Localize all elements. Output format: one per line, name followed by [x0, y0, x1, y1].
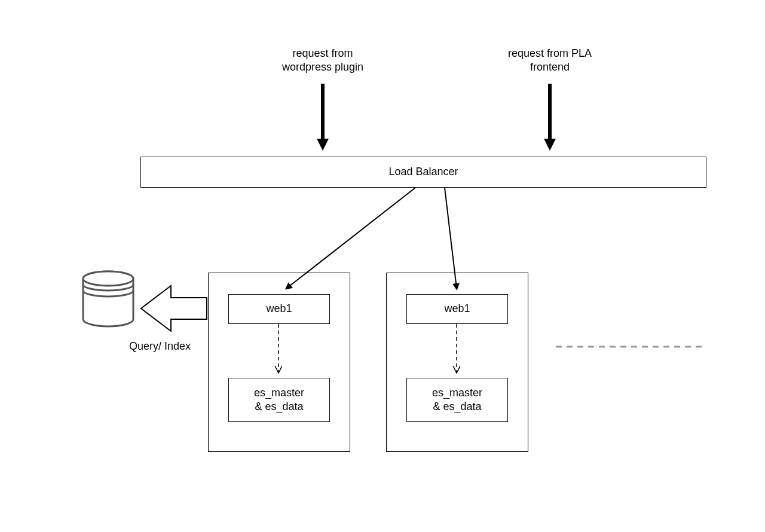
diagram-canvas: request from wordpress plugin request fr…: [0, 0, 765, 532]
query-index-label: Query/ Index: [129, 340, 207, 353]
request-wordpress-label: request from wordpress plugin: [263, 47, 382, 75]
request-pla-label: request from PLA frontend: [490, 47, 610, 75]
database-icon: [83, 271, 133, 326]
es-right-box: es_master & es_data: [406, 378, 508, 422]
request-wordpress-line1: request from: [292, 47, 353, 59]
web1-right-box: web1: [406, 294, 508, 324]
request-wordpress-line2: wordpress plugin: [282, 61, 363, 73]
request-pla-line2: frontend: [530, 61, 570, 73]
load-balancer-box: Load Balancer: [140, 157, 706, 188]
es-left-line2: & es_data: [255, 400, 303, 412]
es-right-line2: & es_data: [433, 400, 481, 412]
hollow-arrow-to-db: [141, 286, 207, 331]
web1-left-label: web1: [266, 302, 292, 316]
es-left-box: es_master & es_data: [228, 378, 330, 422]
web1-right-label: web1: [444, 302, 470, 316]
request-pla-line1: request from PLA: [508, 47, 592, 59]
es-right-line1: es_master: [432, 387, 482, 399]
load-balancer-label: Load Balancer: [388, 165, 458, 179]
es-left-line1: es_master: [254, 387, 304, 399]
svg-point-0: [83, 271, 133, 286]
web1-left-box: web1: [228, 294, 330, 324]
connectors-overlay: [0, 0, 765, 532]
svg-point-1: [83, 271, 133, 286]
